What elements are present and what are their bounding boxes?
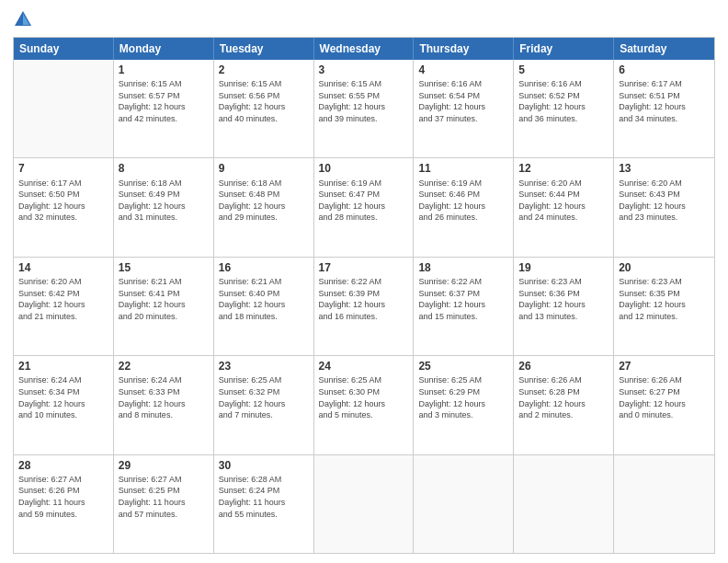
day-number: 9 <box>219 161 309 176</box>
calendar-header-thursday: Thursday <box>414 38 514 60</box>
cell-info: Sunrise: 6:28 AM Sunset: 6:24 PM Dayligh… <box>219 474 309 520</box>
day-number: 7 <box>18 161 108 176</box>
calendar-cell: 23Sunrise: 6:25 AM Sunset: 6:32 PM Dayli… <box>214 356 314 454</box>
cell-info: Sunrise: 6:19 AM Sunset: 6:46 PM Dayligh… <box>418 178 508 224</box>
day-number: 19 <box>518 260 609 275</box>
calendar-cell: 19Sunrise: 6:23 AM Sunset: 6:36 PM Dayli… <box>514 258 614 355</box>
day-number: 3 <box>319 63 409 77</box>
cell-info: Sunrise: 6:25 AM Sunset: 6:30 PM Dayligh… <box>319 374 409 420</box>
cell-info: Sunrise: 6:25 AM Sunset: 6:32 PM Dayligh… <box>219 374 309 420</box>
calendar-header-sunday: Sunday <box>14 38 114 60</box>
day-number: 18 <box>418 260 508 275</box>
calendar-cell: 2Sunrise: 6:15 AM Sunset: 6:56 PM Daylig… <box>214 60 314 157</box>
cell-info: Sunrise: 6:22 AM Sunset: 6:37 PM Dayligh… <box>418 276 508 322</box>
calendar-cell: 26Sunrise: 6:26 AM Sunset: 6:28 PM Dayli… <box>514 356 614 454</box>
day-number: 23 <box>219 359 309 373</box>
cell-info: Sunrise: 6:17 AM Sunset: 6:50 PM Dayligh… <box>18 178 108 224</box>
day-number: 30 <box>219 458 309 473</box>
calendar-cell: 16Sunrise: 6:21 AM Sunset: 6:40 PM Dayli… <box>214 258 314 355</box>
cell-info: Sunrise: 6:24 AM Sunset: 6:33 PM Dayligh… <box>119 374 209 420</box>
cell-info: Sunrise: 6:21 AM Sunset: 6:41 PM Dayligh… <box>119 276 209 322</box>
calendar-cell: 24Sunrise: 6:25 AM Sunset: 6:30 PM Dayli… <box>314 356 415 454</box>
day-number: 28 <box>18 458 108 473</box>
day-number: 1 <box>119 63 209 77</box>
day-number: 21 <box>18 359 108 373</box>
calendar-cell: 10Sunrise: 6:19 AM Sunset: 6:47 PM Dayli… <box>314 158 415 256</box>
cell-info: Sunrise: 6:23 AM Sunset: 6:36 PM Dayligh… <box>518 276 609 322</box>
calendar-cell: 30Sunrise: 6:28 AM Sunset: 6:24 PM Dayli… <box>214 455 314 553</box>
calendar-header-monday: Monday <box>114 38 214 60</box>
calendar-cell: 22Sunrise: 6:24 AM Sunset: 6:33 PM Dayli… <box>114 356 214 454</box>
day-number: 22 <box>119 359 209 373</box>
day-number: 12 <box>518 161 609 176</box>
day-number: 15 <box>119 260 209 275</box>
page-header <box>13 9 715 29</box>
cell-info: Sunrise: 6:16 AM Sunset: 6:54 PM Dayligh… <box>418 78 508 124</box>
calendar-cell: 6Sunrise: 6:17 AM Sunset: 6:51 PM Daylig… <box>614 60 714 157</box>
day-number: 4 <box>418 63 508 77</box>
calendar-cell: 5Sunrise: 6:16 AM Sunset: 6:52 PM Daylig… <box>514 60 614 157</box>
calendar-cell: 13Sunrise: 6:20 AM Sunset: 6:43 PM Dayli… <box>614 158 714 256</box>
cell-info: Sunrise: 6:20 AM Sunset: 6:44 PM Dayligh… <box>518 178 609 224</box>
calendar-cell <box>514 455 614 553</box>
calendar-header-friday: Friday <box>514 38 614 60</box>
cell-info: Sunrise: 6:15 AM Sunset: 6:57 PM Dayligh… <box>119 78 209 124</box>
calendar-cell: 1Sunrise: 6:15 AM Sunset: 6:57 PM Daylig… <box>114 60 214 157</box>
cell-info: Sunrise: 6:18 AM Sunset: 6:49 PM Dayligh… <box>119 178 209 224</box>
cell-info: Sunrise: 6:15 AM Sunset: 6:56 PM Dayligh… <box>219 78 309 124</box>
day-number: 27 <box>619 359 710 373</box>
day-number: 26 <box>518 359 609 373</box>
cell-info: Sunrise: 6:21 AM Sunset: 6:40 PM Dayligh… <box>219 276 309 322</box>
calendar-cell <box>414 455 514 553</box>
calendar-header-row: SundayMondayTuesdayWednesdayThursdayFrid… <box>14 38 714 60</box>
day-number: 20 <box>619 260 710 275</box>
calendar-cell: 15Sunrise: 6:21 AM Sunset: 6:41 PM Dayli… <box>114 258 214 355</box>
day-number: 24 <box>319 359 409 373</box>
page-container: SundayMondayTuesdayWednesdayThursdayFrid… <box>0 0 728 563</box>
calendar-cell: 11Sunrise: 6:19 AM Sunset: 6:46 PM Dayli… <box>414 158 514 256</box>
calendar-header-saturday: Saturday <box>614 38 714 60</box>
logo-icon <box>13 9 33 29</box>
calendar-cell <box>314 455 415 553</box>
cell-info: Sunrise: 6:19 AM Sunset: 6:47 PM Dayligh… <box>319 178 409 224</box>
day-number: 2 <box>219 63 309 77</box>
day-number: 16 <box>219 260 309 275</box>
calendar-header-wednesday: Wednesday <box>314 38 415 60</box>
day-number: 17 <box>319 260 409 275</box>
calendar-body: 1Sunrise: 6:15 AM Sunset: 6:57 PM Daylig… <box>14 60 714 553</box>
day-number: 13 <box>619 161 710 176</box>
calendar-row-1: 7Sunrise: 6:17 AM Sunset: 6:50 PM Daylig… <box>14 157 714 256</box>
calendar-cell <box>614 455 714 553</box>
svg-marker-1 <box>23 14 29 25</box>
calendar-cell <box>14 60 114 157</box>
day-number: 25 <box>418 359 508 373</box>
day-number: 5 <box>518 63 609 77</box>
calendar-row-3: 21Sunrise: 6:24 AM Sunset: 6:34 PM Dayli… <box>14 355 714 454</box>
cell-info: Sunrise: 6:26 AM Sunset: 6:27 PM Dayligh… <box>619 374 710 420</box>
calendar-cell: 4Sunrise: 6:16 AM Sunset: 6:54 PM Daylig… <box>414 60 514 157</box>
logo <box>13 9 35 29</box>
calendar-cell: 9Sunrise: 6:18 AM Sunset: 6:48 PM Daylig… <box>214 158 314 256</box>
day-number: 6 <box>619 63 710 77</box>
cell-info: Sunrise: 6:16 AM Sunset: 6:52 PM Dayligh… <box>518 78 609 124</box>
calendar-row-0: 1Sunrise: 6:15 AM Sunset: 6:57 PM Daylig… <box>14 60 714 157</box>
calendar-cell: 27Sunrise: 6:26 AM Sunset: 6:27 PM Dayli… <box>614 356 714 454</box>
calendar: SundayMondayTuesdayWednesdayThursdayFrid… <box>13 37 715 554</box>
cell-info: Sunrise: 6:24 AM Sunset: 6:34 PM Dayligh… <box>18 374 108 420</box>
day-number: 8 <box>119 161 209 176</box>
cell-info: Sunrise: 6:27 AM Sunset: 6:25 PM Dayligh… <box>119 474 209 520</box>
calendar-cell: 17Sunrise: 6:22 AM Sunset: 6:39 PM Dayli… <box>314 258 415 355</box>
calendar-cell: 20Sunrise: 6:23 AM Sunset: 6:35 PM Dayli… <box>614 258 714 355</box>
calendar-row-2: 14Sunrise: 6:20 AM Sunset: 6:42 PM Dayli… <box>14 257 714 355</box>
cell-info: Sunrise: 6:25 AM Sunset: 6:29 PM Dayligh… <box>418 374 508 420</box>
cell-info: Sunrise: 6:15 AM Sunset: 6:55 PM Dayligh… <box>319 78 409 124</box>
calendar-header-tuesday: Tuesday <box>214 38 314 60</box>
calendar-cell: 25Sunrise: 6:25 AM Sunset: 6:29 PM Dayli… <box>414 356 514 454</box>
day-number: 14 <box>18 260 108 275</box>
cell-info: Sunrise: 6:26 AM Sunset: 6:28 PM Dayligh… <box>518 374 609 420</box>
calendar-cell: 12Sunrise: 6:20 AM Sunset: 6:44 PM Dayli… <box>514 158 614 256</box>
calendar-cell: 28Sunrise: 6:27 AM Sunset: 6:26 PM Dayli… <box>14 455 114 553</box>
cell-info: Sunrise: 6:20 AM Sunset: 6:42 PM Dayligh… <box>18 276 108 322</box>
calendar-row-4: 28Sunrise: 6:27 AM Sunset: 6:26 PM Dayli… <box>14 454 714 553</box>
day-number: 29 <box>119 458 209 473</box>
